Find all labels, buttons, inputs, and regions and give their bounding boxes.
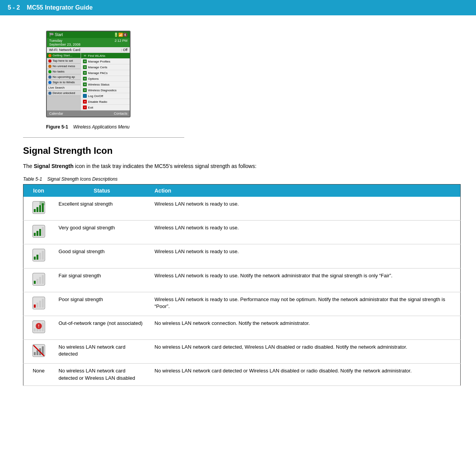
status-cell: Excellent signal strength	[54, 197, 150, 221]
table-title: Signal Strength Icons Descriptions	[47, 176, 117, 182]
status-cell: Out-of-network range (not associated)	[54, 316, 150, 339]
intro-rest: icon in the task tray indicates the MC55…	[73, 163, 256, 169]
screen-left-panel: Getting Start... Tap here to set No unre…	[47, 53, 81, 110]
action-cell: Wireless LAN network is ready to use.	[150, 197, 461, 221]
intro-paragraph: The Signal Strength icon in the task tra…	[23, 162, 461, 170]
svg-rect-14	[39, 253, 41, 260]
screen-header: 🏁 Start 🔋📶🔇	[47, 31, 130, 38]
menu-item-2: W Manage Certs	[81, 64, 130, 70]
svg-rect-17	[34, 281, 36, 284]
figure-title: Wireless Applications Menu	[73, 124, 130, 130]
screen-right-menu: W Find WLANs W Manage Profiles W Manage …	[81, 53, 130, 110]
icon-cell: !	[23, 316, 54, 339]
svg-rect-24	[39, 301, 41, 308]
svg-rect-8	[36, 231, 38, 236]
action-cell: Wireless LAN network is ready to use. Pe…	[150, 292, 461, 316]
screen-wifi-row: Wi-Fi: Network Card : Off	[47, 47, 130, 53]
menu-item-1: W Manage Profiles	[81, 59, 130, 64]
icon-cell	[23, 197, 54, 221]
left-item-7: Device unlocked	[47, 91, 81, 96]
header-bar: 5 - 2 MC55 Integrator Guide	[0, 0, 476, 15]
svg-rect-1	[34, 209, 36, 212]
menu-item-5: W Wireless Status	[81, 82, 130, 87]
icon-cell	[23, 340, 54, 364]
status-cell: Good signal strength	[54, 244, 150, 268]
section-heading: Signal Strength Icon	[23, 145, 461, 156]
table-row: Poor signal strengthWireless LAN network…	[23, 292, 461, 316]
footer-right: Contacts	[114, 112, 127, 115]
table-row: Excellent signal strengthWireless LAN ne…	[23, 197, 461, 221]
svg-text:!: !	[38, 324, 39, 328]
svg-rect-10	[42, 227, 44, 236]
header-section: 5 - 2	[8, 4, 20, 11]
figure-container: 🏁 Start 🔋📶🔇 Tuesday September 23, 2008 2…	[46, 31, 131, 117]
table-label: Table 5-1	[23, 176, 42, 182]
col-header-icon: Icon	[23, 184, 54, 197]
screen-footer: Calendar Contacts	[47, 110, 130, 117]
svg-rect-34	[34, 352, 36, 355]
svg-rect-15	[42, 251, 44, 260]
table-row: ! Out-of-network range (not associated)N…	[23, 316, 461, 339]
svg-rect-25	[42, 299, 44, 308]
svg-rect-5	[40, 201, 45, 205]
table-caption: Table 5-1 Signal Strength Icons Descript…	[23, 176, 461, 182]
svg-rect-18	[36, 279, 38, 284]
icon-cell	[23, 244, 54, 268]
table-row: Fair signal strengthWireless LAN network…	[23, 268, 461, 292]
svg-rect-23	[36, 303, 38, 308]
menu-item-7: ↔ Log On/Off	[81, 93, 130, 99]
action-cell: Wireless LAN network is ready to use.	[150, 221, 461, 244]
icon-cell: None	[23, 364, 54, 385]
status-cell: No wireless LAN network card detected or…	[54, 364, 150, 385]
section-divider	[23, 137, 184, 138]
left-item-2: No unread mess	[47, 64, 81, 69]
svg-rect-22	[34, 305, 36, 308]
action-cell: No wireless LAN network connection. Noti…	[150, 316, 461, 339]
status-cell: Poor signal strength	[54, 292, 150, 316]
action-cell: No wireless LAN network card detected, W…	[150, 340, 461, 364]
action-cell: Wireless LAN network is ready to use.	[150, 244, 461, 268]
svg-rect-7	[34, 233, 36, 236]
icon-cell	[23, 268, 54, 292]
figure-number: Figure 5-1	[46, 124, 68, 130]
svg-rect-2	[36, 207, 38, 212]
table-header-row: Icon Status Action	[23, 184, 461, 197]
left-item-4: No upcoming ap	[47, 74, 81, 80]
status-cell: Fair signal strength	[54, 268, 150, 292]
svg-rect-9	[39, 229, 41, 236]
svg-rect-27	[34, 328, 36, 331]
screen-status-bar: Tuesday September 23, 2008 2:12 PM	[47, 38, 130, 47]
intro-bold: Signal Strength	[34, 163, 73, 169]
left-item-1: Tap here to set	[47, 58, 81, 64]
menu-item-8: ● Disable Radio	[81, 99, 130, 105]
svg-rect-3	[39, 205, 41, 212]
menu-item-4: W Options	[81, 76, 130, 82]
menu-item-9: X Exit	[81, 105, 130, 110]
header-title: MC55 Integrator Guide	[27, 4, 93, 11]
signal-strength-table: Icon Status Action Excellent signal stre…	[23, 184, 461, 386]
left-item-0: Getting Start...	[47, 53, 81, 58]
device-screen: 🏁 Start 🔋📶🔇 Tuesday September 23, 2008 2…	[46, 31, 131, 117]
intro-text: The	[23, 163, 34, 169]
table-row: No wireless LAN network card detected No…	[23, 340, 461, 364]
svg-rect-19	[39, 277, 41, 284]
screen-icons: 🔋📶🔇	[114, 33, 127, 37]
svg-rect-12	[34, 257, 36, 260]
svg-rect-13	[36, 255, 38, 260]
col-header-action: Action	[150, 184, 461, 197]
status-cell: No wireless LAN network card detected	[54, 340, 150, 364]
table-row: Very good signal strengthWireless LAN ne…	[23, 221, 461, 244]
action-cell: Wireless LAN network is ready to use. No…	[150, 268, 461, 292]
screen-time: 2:12 PM	[114, 39, 127, 46]
icon-cell	[23, 221, 54, 244]
footer-left: Calendar	[49, 112, 63, 115]
menu-item-0: W Find WLANs	[81, 53, 130, 59]
svg-rect-20	[42, 275, 44, 284]
start-label: 🏁 Start	[49, 33, 63, 37]
wifi-label: Wi-Fi: Network Card	[49, 48, 80, 52]
table-row: NoneNo wireless LAN network card detecte…	[23, 364, 461, 385]
status-cell: Very good signal strength	[54, 221, 150, 244]
screen-date: Tuesday September 23, 2008	[49, 39, 81, 46]
figure-caption: Figure 5-1 Wireless Applications Menu	[46, 124, 461, 130]
left-item-3: No tasks	[47, 69, 81, 74]
